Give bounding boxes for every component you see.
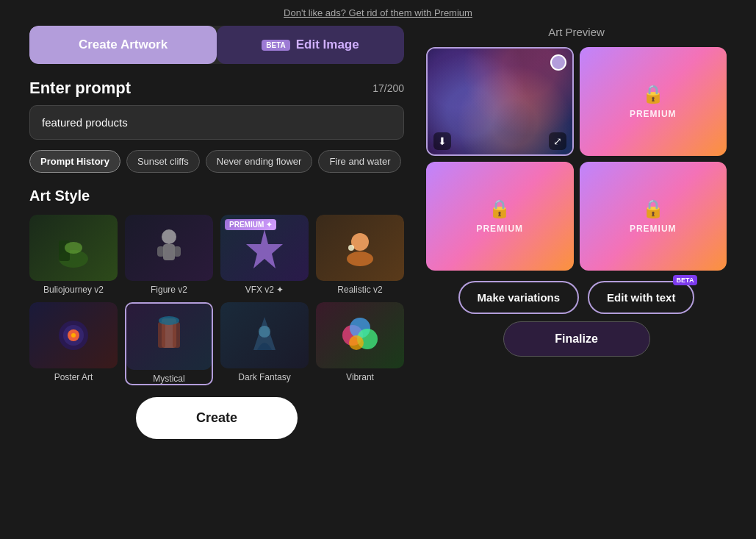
ad-banner[interactable]: Don't like ads? Get rid of them with Pre… (0, 0, 756, 26)
left-panel: Create Artwork BETA Edit Image Enter pro… (29, 26, 404, 439)
preview-grid: ⬇ ⤢ 🔒 PREMIUM 🔒 PREMIUM (426, 47, 727, 271)
art-preview-title: Art Preview (426, 26, 727, 38)
image-actions: ⬇ ⤢ (428, 132, 572, 150)
preview-image-3[interactable]: 🔒 PREMIUM (426, 162, 574, 271)
premium-lock-2: 🔒 PREMIUM (580, 47, 727, 156)
expand-icon[interactable]: ⤢ (549, 132, 566, 150)
prompt-label-row: Enter prompt 17/200 (29, 79, 404, 98)
prompt-input[interactable] (29, 105, 404, 140)
premium-lock-4: 🔒 PREMIUM (580, 162, 727, 271)
preview-image-2[interactable]: 🔒 PREMIUM (580, 47, 727, 156)
svg-point-4 (162, 229, 176, 244)
chip-fire-and-water[interactable]: Fire and water (318, 150, 401, 173)
prompt-label: Enter prompt (29, 79, 131, 98)
tab-create-label: Create Artwork (79, 38, 168, 51)
svg-point-18 (159, 316, 179, 325)
premium-label-4: PREMIUM (630, 224, 677, 234)
tabs-container: Create Artwork BETA Edit Image (29, 26, 404, 64)
premium-label-2: PREMIUM (630, 109, 677, 119)
svg-point-3 (65, 242, 82, 254)
edit-beta-badge: BETA (673, 275, 698, 285)
chip-never-ending-flower[interactable]: Never ending flower (206, 150, 313, 173)
make-variations-button[interactable]: Make variations (458, 281, 580, 314)
svg-point-20 (259, 326, 270, 338)
chips-row: Prompt History Sunset cliffs Never endin… (29, 150, 404, 173)
style-dark-fantasy[interactable]: Dark Fantasy (220, 302, 309, 385)
finalize-button[interactable]: Finalize (503, 321, 650, 357)
style-vfx[interactable]: PREMIUM ✦ VFX v2 ✦ (220, 215, 309, 295)
svg-rect-5 (163, 244, 175, 260)
svg-rect-17 (173, 322, 180, 348)
art-style-title: Art Style (29, 188, 404, 204)
create-button[interactable]: Create (136, 397, 298, 439)
chip-sunset-cliffs[interactable]: Sunset cliffs (126, 150, 200, 173)
premium-lock-3: 🔒 PREMIUM (426, 162, 574, 271)
tab-edit-image[interactable]: BETA Edit Image (217, 26, 404, 64)
style-figure[interactable]: Figure v2 (125, 215, 213, 295)
preview-image-1[interactable]: ⬇ ⤢ (426, 47, 574, 156)
chip-prompt-history[interactable]: Prompt History (29, 150, 120, 173)
right-panel: Art Preview ⬇ ⤢ 🔒 PREMIUM (426, 26, 727, 439)
lock-icon-2: 🔒 (642, 84, 664, 104)
lock-icon-3: 🔒 (489, 199, 511, 219)
vfx-premium-badge: PREMIUM ✦ (225, 219, 276, 230)
style-buliojourney[interactable]: Buliojourney v2 (29, 215, 118, 295)
svg-point-24 (349, 335, 364, 350)
tab-create-artwork[interactable]: Create Artwork (29, 26, 217, 64)
main-layout: Create Artwork BETA Edit Image Enter pro… (0, 26, 756, 439)
lock-icon-4: 🔒 (642, 199, 664, 219)
svg-rect-7 (173, 246, 181, 257)
style-realistic[interactable]: Realistic v2 (316, 215, 404, 295)
svg-rect-6 (157, 246, 165, 257)
style-grid: Buliojourney v2 Figure v2 PREMIUM ✦ (29, 215, 404, 385)
download-icon[interactable]: ⬇ (433, 132, 451, 150)
selected-indicator (550, 54, 566, 71)
edit-with-text-button[interactable]: BETA Edit with text (588, 281, 694, 314)
svg-point-9 (347, 251, 373, 266)
style-mystical[interactable]: Mystical (125, 302, 213, 385)
svg-point-10 (348, 245, 354, 251)
svg-rect-16 (158, 322, 165, 348)
svg-point-14 (71, 333, 76, 338)
action-buttons: Make variations BETA Edit with text (426, 281, 727, 314)
style-poster[interactable]: Poster Art (29, 302, 118, 385)
tab-edit-label: Edit Image (296, 38, 359, 52)
char-count: 17/200 (372, 82, 404, 94)
style-vibrant[interactable]: Vibrant (316, 302, 404, 385)
preview-image-4[interactable]: 🔒 PREMIUM (580, 162, 727, 271)
ad-text: Don't like ads? Get rid of them with Pre… (284, 7, 472, 18)
beta-badge: BETA (262, 40, 289, 51)
premium-label-3: PREMIUM (476, 224, 523, 234)
